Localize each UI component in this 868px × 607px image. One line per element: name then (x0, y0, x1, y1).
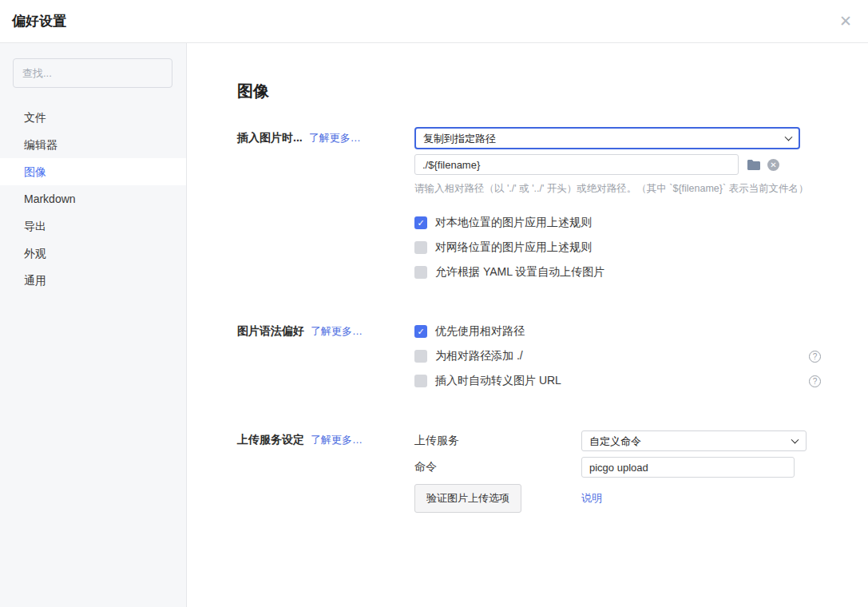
sidebar-item-image[interactable]: 图像 (0, 158, 186, 185)
sidebar-item-markdown[interactable]: Markdown (0, 185, 186, 212)
section-image-syntax: 图片语法偏好 了解更多… 优先使用相对路径 为相对路径添加 ./ ? 插入时自动… (237, 324, 868, 399)
section-upload-controls: 上传服务 自定义命令 命令 验证图片上传选项 说 (414, 430, 821, 518)
learn-more-link[interactable]: 了解更多… (311, 433, 363, 447)
validate-row: 验证图片上传选项 说明 (414, 484, 821, 513)
checkbox-label: 优先使用相对路径 (435, 324, 525, 339)
search-input[interactable] (13, 58, 172, 88)
insert-checkbox-group: 对本地位置的图片应用上述规则 对网络位置的图片应用上述规则 允许根据 YAML … (414, 216, 821, 280)
upload-service-select[interactable]: 自定义命令 (581, 430, 807, 451)
checkbox-add-dot-slash[interactable] (414, 350, 427, 363)
help-icon[interactable]: ? (809, 351, 821, 363)
upload-service-label: 上传服务 (414, 434, 581, 448)
validate-upload-button[interactable]: 验证图片上传选项 (414, 484, 521, 513)
validate-button-col: 验证图片上传选项 (414, 484, 581, 513)
window-header: 偏好设置 ✕ (0, 0, 868, 43)
folder-browse-icon[interactable] (747, 160, 760, 170)
section-upload-service: 上传服务设定 了解更多… 上传服务 自定义命令 命令 (237, 430, 868, 518)
close-icon[interactable]: ✕ (839, 14, 852, 29)
command-input[interactable] (581, 457, 795, 478)
section-insert-label-col: 插入图片时... 了解更多… (237, 127, 414, 145)
checkbox-row: 插入时自动转义图片 URL ? (414, 374, 821, 388)
section-syntax-controls: 优先使用相对路径 为相对路径添加 ./ ? 插入时自动转义图片 URL ? (414, 324, 821, 399)
section-upload-label-col: 上传服务设定 了解更多… (237, 430, 414, 447)
checkbox-row: 对网络位置的图片应用上述规则 (414, 240, 821, 255)
main-content: 图像 插入图片时... 了解更多… 复制到指定路径 (187, 43, 868, 607)
sidebar-item-appearance[interactable]: 外观 (0, 240, 186, 267)
window-body: 文件 编辑器 图像 Markdown 导出 外观 通用 图像 插入图片时... … (0, 43, 868, 607)
sidebar-item-export[interactable]: 导出 (0, 212, 186, 240)
sidebar-item-files[interactable]: 文件 (0, 104, 186, 131)
search-container (0, 43, 186, 88)
checkbox-label: 插入时自动转义图片 URL (435, 374, 561, 388)
clear-input-icon[interactable]: ✕ (767, 159, 779, 171)
section-insert-image: 插入图片时... 了解更多… 复制到指定路径 ✕ 请输入相对路径（ (237, 127, 868, 290)
checkbox-label: 对网络位置的图片应用上述规则 (435, 240, 592, 255)
checkbox-escape-image-url[interactable] (414, 375, 427, 387)
page-title: 图像 (237, 81, 868, 102)
checkbox-row: 为相对路径添加 ./ ? (414, 349, 821, 363)
section-syntax-label-col: 图片语法偏好 了解更多… (237, 324, 414, 339)
help-icon[interactable]: ? (809, 375, 821, 387)
section-syntax-label: 图片语法偏好 (237, 324, 304, 339)
checkbox-label: 对本地位置的图片应用上述规则 (435, 216, 592, 230)
sidebar: 文件 编辑器 图像 Markdown 导出 外观 通用 (0, 43, 187, 607)
checkbox-yaml-auto-upload[interactable] (414, 266, 427, 279)
learn-more-link[interactable]: 了解更多… (309, 131, 361, 145)
checkbox-label: 为相对路径添加 ./ (435, 349, 523, 363)
sidebar-nav: 文件 编辑器 图像 Markdown 导出 外观 通用 (0, 104, 186, 294)
checkbox-apply-local-images[interactable] (414, 216, 427, 229)
checkbox-row: 优先使用相对路径 (414, 324, 821, 339)
window-title: 偏好设置 (12, 12, 66, 30)
insert-action-select-wrap: 复制到指定路径 (414, 127, 800, 149)
doc-link[interactable]: 说明 (581, 491, 602, 506)
sidebar-item-editor[interactable]: 编辑器 (0, 131, 186, 158)
section-upload-label: 上传服务设定 (237, 433, 304, 447)
section-insert-label: 插入图片时... (237, 131, 303, 145)
checkbox-label: 允许根据 YAML 设置自动上传图片 (435, 265, 604, 280)
upload-service-select-wrap: 自定义命令 (581, 430, 807, 451)
image-insert-action-select[interactable]: 复制到指定路径 (414, 127, 800, 149)
section-insert-controls: 复制到指定路径 ✕ 请输入相对路径（以 './' 或 '../' 开头）或绝对路… (414, 127, 821, 290)
upload-service-row: 上传服务 自定义命令 (414, 430, 821, 451)
checkbox-row: 允许根据 YAML 设置自动上传图片 (414, 265, 821, 280)
command-row: 命令 (414, 457, 821, 478)
learn-more-link[interactable]: 了解更多… (311, 324, 363, 339)
image-path-input[interactable] (414, 154, 739, 175)
checkbox-prefer-relative-path[interactable] (414, 325, 427, 338)
path-row: ✕ (414, 154, 821, 175)
sidebar-item-general[interactable]: 通用 (0, 267, 186, 294)
path-hint-text: 请输入相对路径（以 './' 或 '../' 开头）或绝对路径。（其中 `${f… (414, 182, 821, 196)
checkbox-row: 对本地位置的图片应用上述规则 (414, 216, 821, 230)
command-label: 命令 (414, 460, 581, 474)
checkbox-apply-web-images[interactable] (414, 241, 427, 254)
